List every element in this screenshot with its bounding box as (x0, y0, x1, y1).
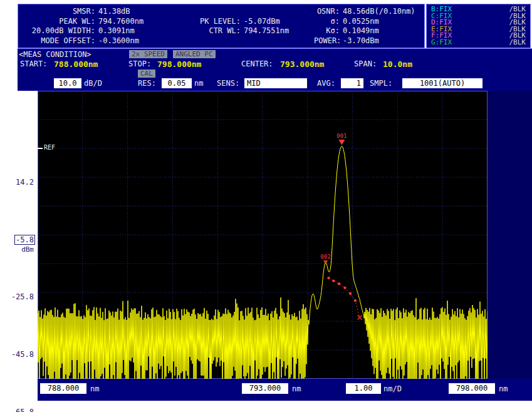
peak-wl-value: 794.7600nm (98, 17, 190, 26)
meas-condition-title: <MEAS CONDITION> (19, 50, 91, 59)
header-row: SMSR: 41.38dB OSNR: 48.56dB(/0.10nm) (19, 7, 422, 16)
spacer (244, 7, 314, 16)
width-20db-label: 20.00dB WIDTH: (19, 26, 98, 36)
stop-value: 798.000nm (157, 59, 201, 69)
pk-level-value: -5.07dBm (244, 17, 314, 26)
k-sigma-label: Kσ: (314, 26, 343, 36)
peak-marker-002: 002 (320, 254, 330, 264)
res-unit: nm (194, 78, 203, 88)
y-axis-label: -25.8 (0, 292, 34, 301)
power-label: POWER: (314, 36, 343, 46)
spacer (190, 36, 244, 46)
sens-label: SENS: (217, 78, 239, 88)
center-value: 793.000nm (280, 59, 324, 69)
start-value: 788.000nm (54, 59, 98, 69)
start-label: START: (20, 59, 47, 69)
y-axis-unit: dBm (0, 245, 34, 254)
angled-pc-badge: ANGLED PC (173, 50, 216, 58)
span-label: SPAN: (354, 59, 377, 69)
ctr-wl-value: 794.7551nm (244, 26, 314, 36)
sens-value-box[interactable]: MID (244, 78, 307, 88)
smpl-value-box[interactable]: 1001(AUTO) (402, 78, 482, 88)
x-axis-stop-unit: nm (499, 384, 508, 394)
x-axis-scale-box[interactable]: 1.00 (346, 383, 381, 394)
sigma-label: σ: (314, 17, 343, 26)
y-axis: 14.2 -5.8 dBm -25.8 -45.8 -65.8 -85.8 (0, 91, 38, 379)
res-value-box[interactable]: 0.05 (162, 78, 192, 88)
scale-unit: dB/D (84, 78, 102, 88)
spacer (190, 7, 244, 16)
measurement-condition-bar: <MEAS CONDITION> 2x SPEED ANGLED PC STAR… (18, 48, 532, 91)
spectrum-plot-area: 001002 REF (38, 91, 488, 379)
ctr-wl-label: CTR WL: (190, 26, 244, 36)
trace-row-g: G:FIX /BLK (431, 39, 526, 46)
peak-marker-001: 001 (336, 133, 347, 145)
speed-badge: 2x SPEED (129, 50, 167, 58)
k-sigma-value: 0.1049nm (343, 26, 428, 36)
y-axis-label: -45.8 (0, 350, 34, 359)
center-label: CENTER: (241, 59, 273, 69)
smsr-label: SMSR: (19, 7, 98, 16)
y-axis-ref-level-label: -5.8 (14, 235, 35, 245)
svg-text:001: 001 (336, 133, 347, 139)
avg-label: AVG: (317, 78, 335, 88)
header-row: MODE OFFSET: -0.3600nm POWER: -3.70dBm (19, 36, 422, 46)
x-axis-start-box[interactable]: 788.000 (40, 383, 86, 394)
ref-level-label: REF (44, 144, 55, 151)
trace-status-panel: B:FIX /BLK C:FIX /BLK D:FIX /BLK E:FIX /… (426, 4, 531, 48)
y-axis-label: -65.8 (0, 408, 34, 412)
smpl-label: SMPL: (370, 78, 392, 88)
smsr-value: 41.38dB (98, 7, 190, 16)
x-axis-scale-unit: nm/D (383, 384, 402, 394)
x-axis: 788.000 nm 793.000 nm 1.00 nm/D 798.000 … (38, 379, 532, 401)
spectrum-plot: 001002 (38, 91, 488, 379)
power-value: -3.70dBm (343, 36, 428, 46)
trace-g-label: G:FIX (431, 39, 452, 46)
stop-label: STOP: (128, 59, 151, 69)
header-row: PEAK WL: 794.7600nm PK LEVEL: -5.07dBm σ… (19, 17, 422, 26)
y-axis-label-top: 14.2 (0, 178, 34, 187)
x-axis-start-unit: nm (90, 384, 99, 394)
measurement-results-panel: SMSR: 41.38dB OSNR: 48.56dB(/0.10nm) PEA… (18, 4, 425, 48)
x-axis-center-unit: nm (292, 384, 301, 394)
osnr-label: OSNR: (314, 7, 343, 16)
res-label: RES: (138, 78, 156, 88)
header-row: 20.00dB WIDTH: 0.3091nm CTR WL: 794.7551… (19, 26, 422, 36)
plot-right-gutter (488, 91, 532, 379)
width-20db-value: 0.3091nm (98, 26, 190, 36)
mode-offset-label: MODE OFFSET: (19, 36, 98, 46)
peak-wl-label: PEAK WL: (19, 17, 98, 26)
scale-value-box[interactable]: 10.0 (54, 78, 81, 88)
osa-screen: SMSR: 41.38dB OSNR: 48.56dB(/0.10nm) PEA… (0, 0, 532, 412)
span-value: 10.0nm (383, 59, 412, 69)
mode-offset-value: -0.3600nm (98, 36, 190, 46)
trace-g-mode: /BLK (509, 39, 526, 46)
avg-value-box[interactable]: 1 (341, 78, 363, 88)
pk-level-label: PK LEVEL: (190, 17, 244, 26)
cal-badge: CAL (138, 70, 155, 78)
spacer (244, 36, 314, 46)
x-marker (358, 316, 362, 320)
x-axis-stop-box[interactable]: 798.000 (449, 383, 495, 394)
osnr-value: 48.56dB(/0.10nm) (343, 7, 428, 16)
x-axis-center-box[interactable]: 793.000 (242, 383, 288, 394)
svg-text:002: 002 (320, 254, 330, 260)
fit-dots (327, 277, 357, 302)
sigma-value: 0.0525nm (343, 17, 428, 26)
